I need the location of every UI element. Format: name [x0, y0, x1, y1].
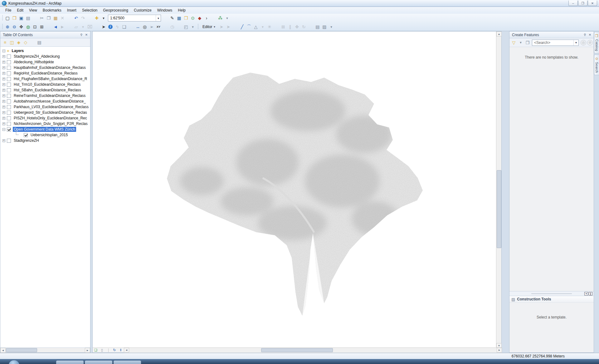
add-data-caret[interactable]: ▾: [100, 15, 107, 22]
trace-tool-button[interactable]: △: [252, 23, 259, 30]
map-scale-combo[interactable]: 1:62'500 ▾: [108, 15, 161, 22]
menu-help[interactable]: Help: [175, 7, 188, 13]
layer-label[interactable]: StadtgrenzeZH: [13, 138, 40, 143]
toolbar-options-caret[interactable]: ▾: [328, 23, 335, 30]
layer-label[interactable]: Hst_SBahn_EuclideanDistance_Reclass: [13, 88, 82, 93]
attributes-button[interactable]: ▤: [314, 23, 321, 30]
editor-menu-button[interactable]: Editor ▾: [200, 24, 218, 30]
splitter-handle[interactable]: [531, 294, 572, 294]
taskbar-app-button[interactable]: [56, 361, 84, 364]
expander-toggle[interactable]: +: [2, 61, 5, 64]
menu-bookmarks[interactable]: Bookmarks: [40, 7, 64, 13]
close-button[interactable]: ✕: [588, 1, 597, 6]
cut-button[interactable]: ✂: [38, 15, 45, 22]
identify-button[interactable]: i: [107, 23, 114, 30]
map-vertical-scrollbar[interactable]: ▲ ▼: [496, 31, 501, 348]
layer-checkbox[interactable]: [7, 71, 11, 75]
layer-checkbox[interactable]: [7, 99, 11, 103]
layer-label[interactable]: StadtgrenzeZH_Abdeckung: [13, 54, 61, 59]
straight-segment-button[interactable]: ╱: [239, 23, 246, 30]
create-viewer-window-button[interactable]: ◰: [183, 23, 189, 30]
close-icon[interactable]: ✕: [587, 32, 592, 37]
restore-button[interactable]: ❐: [578, 1, 587, 6]
layer-label[interactable]: Open Government Data WMS Zürich: [13, 127, 76, 132]
scroll-left-arrow[interactable]: ◄: [0, 348, 6, 353]
expander-toggle[interactable]: +: [2, 83, 5, 86]
layer-checkbox[interactable]: [7, 83, 11, 87]
copy-button[interactable]: ❐: [45, 15, 52, 22]
measure-button[interactable]: ↔: [134, 23, 141, 30]
minimize-button[interactable]: –: [568, 1, 578, 6]
edit-tool-button[interactable]: ➤: [218, 23, 225, 30]
map-horizontal-scrollbar[interactable]: ◄ ►: [124, 348, 502, 353]
select-features-button[interactable]: ▱: [73, 23, 80, 30]
layer-checkbox[interactable]: [7, 60, 11, 64]
expander-toggle[interactable]: −: [2, 128, 5, 131]
expander-toggle[interactable]: +: [2, 122, 5, 125]
move-button[interactable]: ✥: [294, 23, 300, 30]
go-back-extent-button[interactable]: ◄: [52, 23, 59, 30]
cut-polygons-button[interactable]: ⊠: [280, 23, 287, 30]
tab-search[interactable]: ⊙ Search: [594, 55, 599, 75]
layer-label[interactable]: RegioHst_EuclideanDistance_Reclass: [13, 71, 79, 76]
taskbar-app-button[interactable]: [114, 361, 141, 364]
layout-toggle-icon[interactable]: ❙: [589, 292, 592, 295]
rotate-button[interactable]: ↻: [300, 23, 307, 30]
pin-icon[interactable]: ⚲: [582, 32, 587, 37]
scroll-up-arrow[interactable]: ▲: [496, 31, 502, 36]
expander-toggle[interactable]: +: [2, 111, 5, 114]
menu-windows[interactable]: Windows: [154, 7, 175, 13]
pan-button[interactable]: ✥: [18, 23, 25, 30]
fixed-zoom-in-button[interactable]: ⊡: [32, 23, 38, 30]
python-window-button[interactable]: ›: [203, 15, 210, 22]
scrollbar-thumb[interactable]: [6, 348, 37, 352]
start-button[interactable]: [9, 360, 19, 364]
select-features-caret[interactable]: ▾: [80, 23, 86, 30]
delete-button[interactable]: ✕: [59, 15, 66, 22]
scroll-left-arrow[interactable]: ◄: [124, 348, 129, 352]
toolbar-options-caret[interactable]: ▾: [224, 15, 231, 22]
zoom-out-button[interactable]: ⊖: [11, 23, 18, 30]
windows-taskbar[interactable]: [0, 359, 599, 364]
endpoint-arc-button[interactable]: ⌒: [246, 23, 252, 30]
refresh-view-button[interactable]: ↻: [112, 348, 117, 352]
layer-label[interactable]: Abdeckung_Hilfsobjekte: [13, 60, 55, 65]
layer-checkbox[interactable]: [7, 111, 11, 115]
go-forward-extent-button[interactable]: ►: [59, 23, 66, 30]
edit-annotation-tool-button[interactable]: ➤: [225, 23, 232, 30]
layer-label[interactable]: Uebergeord_Str_EuclideanDistance_Reclas: [13, 110, 88, 115]
layer-checkbox[interactable]: [7, 55, 11, 59]
tab-catalog[interactable]: ❒ Catalog: [594, 32, 599, 53]
search-window-button[interactable]: ⊙: [189, 15, 196, 22]
menu-file[interactable]: File: [2, 7, 14, 13]
redo-button[interactable]: ↷: [80, 15, 86, 22]
expander-toggle[interactable]: +: [2, 94, 5, 97]
arctoolbox-button[interactable]: ◆: [196, 15, 203, 22]
split-button[interactable]: ∥: [287, 23, 294, 30]
print-button[interactable]: ▤: [25, 15, 32, 22]
layout-view-button[interactable]: ▯: [99, 348, 105, 352]
scrollbar-thumb[interactable]: [261, 348, 333, 352]
map-canvas[interactable]: [93, 31, 497, 343]
fixed-zoom-out-button[interactable]: ⊞: [38, 23, 45, 30]
clear-search-icon[interactable]: ⊘: [587, 40, 593, 46]
layers-group-label[interactable]: Layers: [11, 48, 25, 53]
expander-toggle[interactable]: +: [2, 139, 5, 142]
new-map-button[interactable]: ▢: [4, 15, 11, 22]
goto-xy-button[interactable]: XY: [155, 23, 162, 30]
layer-label[interactable]: Hst_FlughafenSBahn_EuclideanDistance_R: [13, 76, 88, 81]
menu-selection[interactable]: Selection: [79, 7, 100, 13]
data-view-button[interactable]: ❏: [93, 348, 99, 352]
toc-horizontal-scrollbar[interactable]: ◄ ►: [0, 347, 90, 352]
layer-label[interactable]: Parkhaus_LV03_EuclideanDistance_Reclass: [13, 104, 90, 109]
expander-toggle[interactable]: +: [2, 78, 5, 80]
find-button[interactable]: ◎: [141, 23, 148, 30]
map-scale-caret[interactable]: ▾: [156, 15, 161, 21]
layer-label[interactable]: Nichtwohnzonen_Dslv_Snglprt_P2R_Reclas: [13, 121, 89, 126]
list-by-source-button[interactable]: ◫: [8, 39, 15, 46]
pin-icon[interactable]: ⚲: [79, 32, 84, 37]
expander-toggle[interactable]: +: [2, 106, 5, 108]
pause-drawing-button[interactable]: ‖: [118, 348, 124, 352]
layer-checkbox[interactable]: [7, 77, 11, 81]
save-button[interactable]: ▣: [18, 15, 25, 22]
